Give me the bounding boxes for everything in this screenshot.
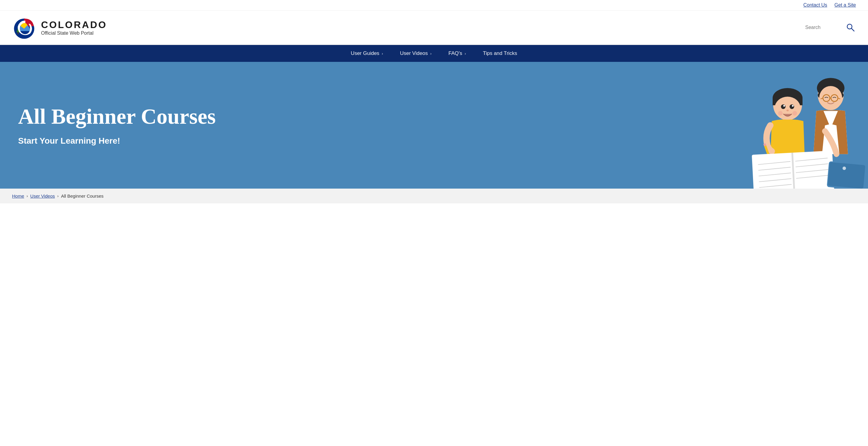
nav-item-user-guides[interactable]: User Guides › (342, 45, 392, 62)
nav-item-tips-and-tricks[interactable]: Tips and Tricks (474, 45, 526, 62)
breadcrumb-user-videos[interactable]: User Videos (30, 193, 55, 198)
hero-content: All Beginner Courses Start Your Learning… (0, 87, 234, 164)
svg-point-20 (783, 105, 785, 107)
svg-point-22 (786, 109, 789, 112)
colorado-logo (12, 15, 36, 39)
svg-point-24 (793, 111, 797, 116)
site-header: COLORADO Official State Web Portal (0, 10, 868, 45)
nav-item-faqs[interactable]: FAQ's › (440, 45, 474, 62)
get-a-site-link[interactable]: Get a Site (835, 2, 856, 8)
hero-subtitle: Start Your Learning Here! (18, 136, 216, 146)
nav-label-user-videos: User Videos (400, 51, 428, 57)
nav-label-tips-and-tricks: Tips and Tricks (483, 51, 517, 57)
header-right (805, 22, 856, 33)
nav-label-user-guides: User Guides (351, 51, 379, 57)
hero-title: All Beginner Courses (18, 105, 216, 129)
breadcrumb-sep-2: › (57, 194, 59, 198)
svg-point-19 (789, 104, 794, 109)
search-input[interactable] (805, 25, 841, 30)
nav-bar: User Guides › User Videos › FAQ's › Tips… (0, 45, 868, 62)
breadcrumb-home[interactable]: Home (12, 193, 24, 198)
breadcrumb-bar: Home › User Videos › All Beginner Course… (0, 189, 868, 203)
hero-section: All Beginner Courses Start Your Learning… (0, 62, 868, 189)
utility-bar: Contact Us Get a Site (0, 0, 868, 10)
illustration-svg (724, 68, 868, 189)
svg-rect-2 (18, 32, 19, 34)
svg-point-21 (792, 105, 794, 107)
nav-chevron-faqs: › (465, 51, 466, 56)
contact-us-link[interactable]: Contact Us (803, 2, 827, 8)
logo-text: COLORADO Official State Web Portal (41, 19, 107, 36)
logo-area: COLORADO Official State Web Portal (12, 15, 107, 39)
svg-line-4 (851, 28, 854, 31)
nav-label-faqs: FAQ's (448, 51, 462, 57)
hero-illustration (724, 62, 868, 189)
search-button[interactable] (845, 22, 856, 33)
svg-rect-41 (828, 162, 865, 189)
nav-chevron-user-videos: › (430, 51, 431, 56)
nav-chevron-user-guides: › (382, 51, 383, 56)
svg-point-23 (778, 111, 783, 116)
state-name: COLORADO (41, 19, 107, 30)
logo-tagline: Official State Web Portal (41, 30, 107, 36)
nav-item-user-videos[interactable]: User Videos › (392, 45, 440, 62)
svg-point-18 (781, 104, 785, 109)
search-icon (846, 23, 855, 32)
breadcrumb-sep-1: › (27, 194, 28, 198)
breadcrumb-current: All Beginner Courses (61, 193, 103, 198)
